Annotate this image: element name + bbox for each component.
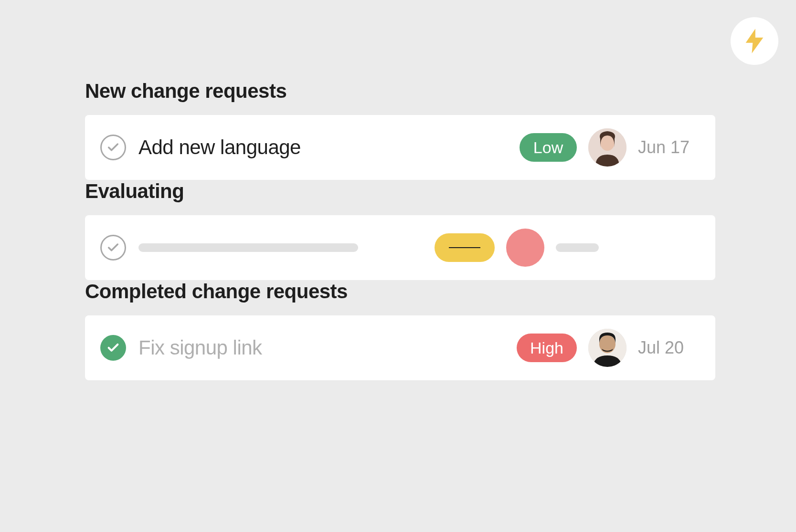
due-date-placeholder xyxy=(556,243,599,252)
checkmark-icon xyxy=(106,341,120,355)
assignee-avatar[interactable] xyxy=(588,329,626,367)
task-meta: Low Jun 17 xyxy=(520,128,700,167)
task-row[interactable]: Fix signup link High Jul 20 xyxy=(85,315,715,380)
section-title: Evaluating xyxy=(85,180,715,203)
avatar-person-icon xyxy=(588,329,626,367)
assignee-avatar[interactable] xyxy=(588,128,626,167)
lightning-bolt-icon xyxy=(744,29,765,53)
task-meta: High Jul 20 xyxy=(517,329,700,367)
priority-badge-placeholder[interactable] xyxy=(435,233,495,262)
svg-point-3 xyxy=(599,335,616,353)
placeholder-line-icon xyxy=(449,247,480,248)
complete-task-checkbox-checked[interactable] xyxy=(100,335,126,361)
complete-task-checkbox[interactable] xyxy=(100,135,126,160)
task-row[interactable] xyxy=(85,215,715,280)
due-date: Jun 17 xyxy=(638,137,700,157)
section-title: Completed change requests xyxy=(85,280,715,303)
complete-task-checkbox[interactable] xyxy=(100,235,126,261)
section-title: New change requests xyxy=(85,80,715,103)
section: New change requests Add new language Low xyxy=(85,80,715,180)
checkmark-icon xyxy=(106,241,120,254)
priority-badge-low[interactable]: Low xyxy=(520,133,577,162)
priority-badge-high[interactable]: High xyxy=(517,334,577,362)
section: Evaluating xyxy=(85,180,715,280)
section: Completed change requests Fix signup lin… xyxy=(85,280,715,380)
task-row[interactable]: Add new language Low Jun 17 xyxy=(85,115,715,180)
task-title: Add new language xyxy=(138,136,520,159)
checkmark-icon xyxy=(106,141,120,154)
task-title: Fix signup link xyxy=(138,336,517,359)
task-title-placeholder xyxy=(138,243,358,252)
automation-button[interactable] xyxy=(731,17,778,65)
avatar-person-icon xyxy=(588,128,626,167)
assignee-avatar-placeholder[interactable] xyxy=(506,229,544,267)
due-date: Jul 20 xyxy=(638,338,700,358)
task-meta xyxy=(435,229,599,267)
